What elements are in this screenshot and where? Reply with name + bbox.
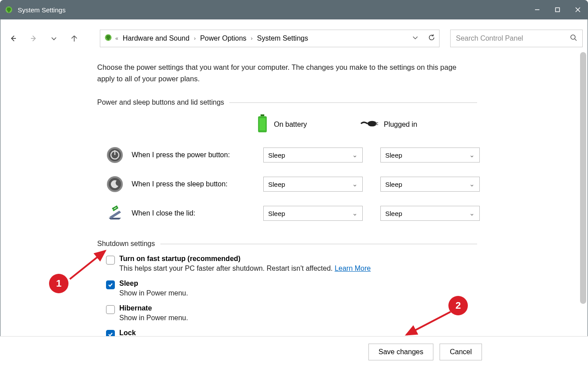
checkbox-hibernate[interactable] xyxy=(106,305,115,314)
annotation-arrow-1 xyxy=(66,247,110,283)
column-header-battery: On battery xyxy=(256,114,307,135)
select-lid-plugged[interactable]: Sleep⌄ xyxy=(380,206,480,221)
select-power-plugged[interactable]: Sleep⌄ xyxy=(380,148,480,163)
column-label: On battery xyxy=(274,121,307,129)
minimize-button[interactable] xyxy=(527,0,547,19)
checkbox-row-hibernate: Hibernate Show in Power menu. xyxy=(106,304,588,322)
back-button[interactable] xyxy=(5,30,21,46)
select-lid-battery[interactable]: Sleep⌄ xyxy=(263,206,363,221)
breadcrumb-item[interactable]: Hardware and Sound xyxy=(121,34,191,42)
breadcrumb-item[interactable]: System Settings xyxy=(255,34,310,42)
svg-line-23 xyxy=(406,312,451,335)
search-box[interactable] xyxy=(450,30,583,47)
column-label: Plugged in xyxy=(384,121,417,129)
setting-label: When I press the power button: xyxy=(132,151,255,159)
setting-label: When I press the sleep button: xyxy=(132,180,255,188)
svg-rect-12 xyxy=(259,118,266,131)
annotation-badge-2: 2 xyxy=(448,296,468,315)
chevron-right-icon: › xyxy=(251,35,253,42)
section-header-shutdown: Shutdown settings xyxy=(97,240,477,248)
save-changes-button[interactable]: Save changes xyxy=(368,344,433,360)
recent-locations-button[interactable] xyxy=(46,30,62,46)
navbar: « Hardware and Sound › Power Options › S… xyxy=(0,26,588,51)
breadcrumb-item[interactable]: Power Options xyxy=(198,34,248,42)
select-sleep-plugged[interactable]: Sleep⌄ xyxy=(380,177,480,192)
checkbox-title: Sleep xyxy=(119,280,188,288)
annotation-arrow-2 xyxy=(402,309,455,340)
content-area: Choose the power settings that you want … xyxy=(0,52,588,336)
lid-icon xyxy=(106,204,124,222)
column-header-plugged: Plugged in xyxy=(360,114,417,135)
checkbox-subtitle: Show in Power menu. xyxy=(119,314,188,322)
titlebar: System Settings xyxy=(0,0,588,19)
section-header-buttons: Power and sleep buttons and lid settings xyxy=(97,98,477,106)
search-icon[interactable] xyxy=(570,34,577,43)
checkbox-row-sleep: Sleep Show in Power menu. xyxy=(106,280,588,297)
setting-row-lid: When I close the lid: Sleep⌄ Sleep⌄ xyxy=(97,204,588,222)
battery-icon xyxy=(256,114,269,135)
svg-rect-2 xyxy=(556,8,560,12)
setting-row-sleep-button: When I press the sleep button: Sleep⌄ Sl… xyxy=(97,175,588,193)
search-input[interactable] xyxy=(456,34,570,42)
chevron-right-icon: › xyxy=(194,35,196,42)
svg-line-9 xyxy=(575,39,577,41)
chevron-left-icon: « xyxy=(115,35,118,42)
maximize-button[interactable] xyxy=(547,0,568,19)
checkbox-title: Turn on fast startup (recommended) xyxy=(119,255,371,263)
select-sleep-battery[interactable]: Sleep⌄ xyxy=(263,177,363,192)
svg-point-13 xyxy=(368,121,377,127)
refresh-icon[interactable] xyxy=(428,34,436,43)
setting-label: When I close the lid: xyxy=(132,209,255,217)
forward-button[interactable] xyxy=(26,30,42,46)
checkbox-subtitle: This helps start your PC faster after sh… xyxy=(119,265,371,272)
shutdown-settings-list: Turn on fast startup (recommended) This … xyxy=(97,255,588,336)
svg-rect-10 xyxy=(261,114,264,116)
section-title: Shutdown settings xyxy=(97,240,155,248)
control-panel-icon xyxy=(104,33,113,44)
footer: Save changes Cancel xyxy=(0,336,588,367)
app-icon xyxy=(4,5,13,14)
svg-line-22 xyxy=(70,251,105,279)
select-power-battery[interactable]: Sleep⌄ xyxy=(263,148,363,163)
svg-rect-14 xyxy=(376,122,378,123)
column-headers: On battery Plugged in xyxy=(97,114,588,135)
section-title: Power and sleep buttons and lid settings xyxy=(97,98,224,106)
plug-icon xyxy=(360,118,379,131)
close-button[interactable] xyxy=(568,0,588,19)
intro-text: Choose the power settings that you want … xyxy=(97,62,473,84)
checkbox-title: Lock xyxy=(119,329,136,336)
setting-row-power-button: When I press the power button: Sleep⌄ Sl… xyxy=(97,146,588,164)
address-bar[interactable]: « Hardware and Sound › Power Options › S… xyxy=(100,30,440,47)
cancel-button[interactable]: Cancel xyxy=(440,344,482,360)
window-title: System Settings xyxy=(18,6,65,14)
svg-point-8 xyxy=(571,35,575,39)
checkbox-subtitle: Show in Power menu. xyxy=(119,289,188,297)
chevron-down-icon[interactable] xyxy=(412,34,419,43)
annotation-badge-1: 1 xyxy=(49,274,68,293)
checkbox-lock[interactable] xyxy=(106,330,115,336)
sleep-button-icon xyxy=(106,175,124,193)
up-button[interactable] xyxy=(66,30,82,46)
checkbox-row-lock: Lock xyxy=(106,329,588,336)
svg-rect-15 xyxy=(376,124,378,125)
power-button-icon xyxy=(106,146,124,164)
checkbox-row-fast-startup: Turn on fast startup (recommended) This … xyxy=(106,255,588,272)
checkbox-title: Hibernate xyxy=(119,304,188,312)
learn-more-link[interactable]: Learn More xyxy=(334,265,371,272)
